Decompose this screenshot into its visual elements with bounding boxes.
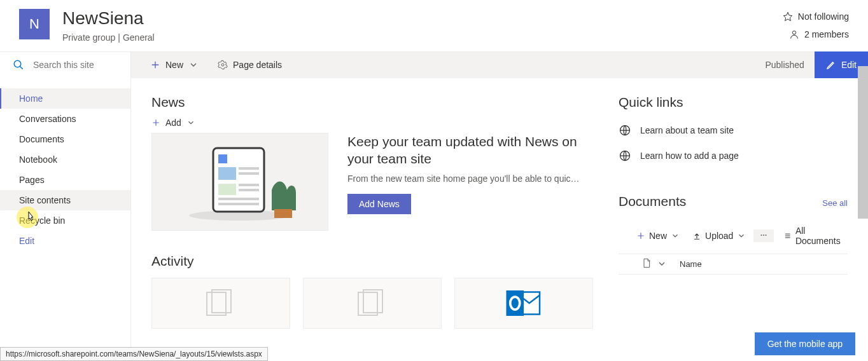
upload-icon (692, 231, 701, 240)
site-subtitle: Private group|General (62, 32, 783, 43)
search-input[interactable] (33, 60, 122, 70)
svg-rect-5 (218, 154, 227, 163)
see-all-link[interactable]: See all (822, 198, 848, 208)
svg-point-1 (14, 61, 21, 68)
file-icon (641, 258, 652, 268)
document-stack-icon (352, 287, 393, 319)
news-title: News (151, 95, 593, 110)
chevron-down-icon (737, 231, 746, 240)
svg-rect-15 (207, 292, 226, 315)
quicklinks-title: Quick links (619, 95, 848, 110)
outlook-icon (503, 287, 544, 319)
chevron-down-icon (671, 231, 680, 240)
follow-button[interactable]: Not following (783, 11, 849, 22)
svg-point-2 (221, 64, 224, 66)
globe-icon (619, 149, 631, 162)
page-details-button[interactable]: Page details (211, 56, 288, 74)
nav-conversations[interactable]: Conversations (0, 109, 130, 129)
plus-icon (151, 118, 160, 127)
svg-rect-12 (218, 198, 259, 200)
site-logo[interactable]: N (19, 9, 50, 39)
documents-title: Documents (619, 194, 686, 209)
svg-rect-7 (239, 167, 259, 170)
svg-point-24 (761, 235, 762, 236)
search-icon (13, 59, 24, 71)
svg-rect-17 (358, 292, 377, 315)
chevron-down-icon (186, 118, 195, 127)
nav-site-contents[interactable]: Site contents (0, 190, 130, 210)
scrollbar-thumb[interactable] (858, 66, 868, 219)
site-title[interactable]: NewSiena (62, 9, 783, 29)
nav-recycle-bin[interactable]: Recycle bin (0, 210, 130, 231)
doc-new-button[interactable]: New (631, 228, 685, 243)
quicklink-item[interactable]: Learn about a team site (619, 118, 848, 143)
svg-rect-8 (239, 172, 259, 175)
activity-card[interactable] (151, 278, 290, 329)
chevron-down-icon (188, 60, 199, 70)
svg-rect-20 (507, 290, 524, 316)
news-heading: Keep your team updated with News on your… (347, 133, 593, 168)
star-icon (783, 11, 793, 22)
document-stack-icon (200, 287, 241, 319)
members-button[interactable]: 2 members (789, 29, 849, 39)
doc-table-header: Name (619, 254, 848, 275)
news-body: From the new team site home page you'll … (347, 174, 593, 184)
list-icon (784, 231, 792, 240)
pencil-icon (826, 60, 836, 70)
news-placeholder-image (151, 133, 328, 231)
nav-home[interactable]: Home (0, 88, 130, 109)
news-add-button[interactable]: Add (151, 118, 593, 128)
nav-documents[interactable]: Documents (0, 129, 130, 149)
svg-rect-11 (239, 189, 259, 191)
nav-edit[interactable]: Edit (0, 231, 130, 251)
activity-card[interactable] (303, 278, 442, 329)
browser-status-bar: https://microsoft.sharepoint.com/teams/N… (0, 347, 268, 361)
col-name[interactable]: Name (680, 259, 702, 269)
new-button[interactable]: New (144, 56, 205, 74)
gear-icon (218, 60, 228, 70)
svg-point-0 (792, 31, 795, 34)
left-navigation: Home Conversations Documents Notebook Pa… (0, 78, 131, 355)
doc-upload-button[interactable]: Upload (687, 228, 751, 243)
svg-rect-13 (218, 203, 259, 205)
search-box[interactable] (0, 52, 131, 78)
svg-point-25 (763, 235, 764, 236)
person-icon (789, 29, 799, 39)
svg-rect-9 (218, 184, 236, 195)
ellipsis-icon (759, 231, 769, 239)
doc-more-button[interactable] (753, 229, 774, 242)
svg-rect-6 (218, 167, 236, 180)
nav-notebook[interactable]: Notebook (0, 149, 130, 170)
plus-icon (636, 231, 645, 240)
svg-rect-14 (274, 209, 292, 218)
activity-title: Activity (151, 254, 593, 269)
plus-icon (150, 60, 160, 70)
get-mobile-app-button[interactable]: Get the mobile app (755, 332, 855, 355)
svg-rect-18 (363, 290, 382, 313)
activity-card-outlook[interactable] (454, 278, 593, 329)
add-news-button[interactable]: Add News (347, 194, 411, 214)
svg-point-26 (766, 235, 767, 236)
published-label: Published (755, 60, 815, 70)
svg-rect-16 (212, 290, 231, 313)
doc-view-button[interactable]: All Documents (779, 223, 848, 249)
svg-rect-10 (239, 184, 259, 186)
chevron-down-icon (657, 259, 667, 269)
quicklink-item[interactable]: Learn how to add a page (619, 143, 848, 168)
globe-icon (619, 124, 631, 137)
nav-pages[interactable]: Pages (0, 170, 130, 190)
